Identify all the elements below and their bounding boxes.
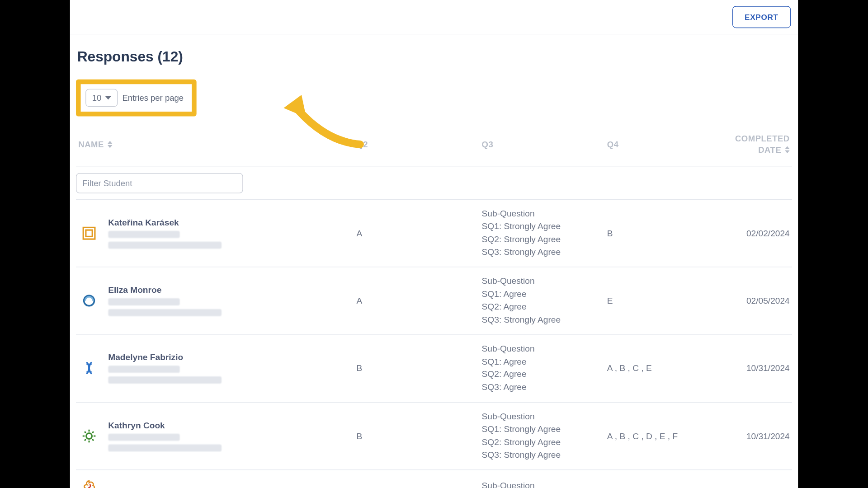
student-name: Eliza Monroe bbox=[108, 285, 222, 295]
col-completed-date[interactable]: COMPLETED DATE bbox=[732, 133, 792, 155]
q3-line: SQ2: Agree bbox=[482, 369, 607, 380]
chevron-down-icon bbox=[105, 96, 111, 100]
table-row: Eliza Monroe A Sub-Question SQ1: Agree S… bbox=[76, 267, 792, 335]
q3-cell: Sub-Question SQ1: Strongly Agree SQ2: St… bbox=[482, 208, 607, 258]
q3-cell: Sub-Question SQ1: Agree SQ2: Agree SQ3: … bbox=[482, 276, 607, 326]
table-row: Kateřina Karásek A Sub-Question SQ1: Str… bbox=[76, 200, 792, 267]
redacted-line bbox=[108, 231, 179, 238]
q3-line: SQ2: Agree bbox=[482, 301, 607, 313]
q3-subheader: Sub-Question bbox=[482, 411, 607, 422]
avatar-icon bbox=[81, 292, 98, 309]
q3-subheader: Sub-Question bbox=[482, 480, 607, 488]
avatar-icon bbox=[81, 427, 98, 444]
q2-cell: B bbox=[356, 364, 481, 373]
q3-cell: Sub-Question SQ1: No Opinion SQ2: No Opi… bbox=[482, 480, 607, 488]
q4-cell: E bbox=[607, 296, 732, 305]
q3-subheader: Sub-Question bbox=[482, 343, 607, 355]
sort-icon bbox=[785, 146, 790, 154]
svg-rect-0 bbox=[83, 227, 95, 239]
q3-line: SQ3: Strongly Agree bbox=[482, 449, 607, 461]
avatar-icon bbox=[81, 360, 98, 377]
q4-cell: A , B , C , D , E , F bbox=[607, 431, 732, 441]
entries-per-page-highlight: 10 Entries per page bbox=[76, 80, 197, 117]
q2-cell: A bbox=[356, 296, 481, 305]
table-row: Stephanie Cervantes B Sub-Question SQ1: … bbox=[76, 470, 792, 488]
entries-label: Entries per page bbox=[122, 93, 184, 103]
redacted-line bbox=[108, 366, 179, 373]
responses-panel: EXPORT Responses (12) 10 Entries per pag… bbox=[70, 0, 798, 488]
q3-subheader: Sub-Question bbox=[482, 276, 607, 287]
date-cell: 02/02/2024 bbox=[732, 229, 792, 238]
student-name: Kateřina Karásek bbox=[108, 218, 222, 227]
col-q4[interactable]: Q4 bbox=[607, 140, 732, 149]
filter-row bbox=[76, 167, 792, 200]
col-name-label: NAME bbox=[78, 140, 104, 149]
q3-line: SQ3: Agree bbox=[482, 382, 607, 394]
q3-line: SQ3: Strongly Agree bbox=[482, 247, 607, 258]
q3-subheader: Sub-Question bbox=[482, 208, 607, 220]
date-cell: 02/05/2024 bbox=[732, 296, 792, 305]
q3-line: SQ3: Strongly Agree bbox=[482, 314, 607, 326]
content-area: Responses (12) 10 Entries per page NAME bbox=[70, 35, 798, 488]
table-row: Kathryn Cook B Sub-Question SQ1: Strongl… bbox=[76, 403, 792, 470]
date-cell: 10/31/2024 bbox=[732, 364, 792, 373]
svg-point-5 bbox=[86, 433, 92, 439]
table-header: NAME Q2 Q3 Q4 COMPLETED DATE bbox=[76, 117, 792, 167]
date-cell: 10/31/2024 bbox=[732, 431, 792, 441]
q3-line: SQ1: Strongly Agree bbox=[482, 423, 607, 435]
q3-line: SQ1: Agree bbox=[482, 288, 607, 300]
col-q3[interactable]: Q3 bbox=[482, 140, 607, 149]
col-q2[interactable]: Q2 bbox=[356, 140, 481, 149]
q3-cell: Sub-Question SQ1: Agree SQ2: Agree SQ3: … bbox=[482, 343, 607, 393]
col-completed-line2: DATE bbox=[758, 144, 781, 155]
topbar: EXPORT bbox=[70, 0, 798, 35]
q4-cell: A , B , C , E bbox=[607, 364, 732, 373]
filter-student-input[interactable] bbox=[76, 173, 243, 193]
entries-value: 10 bbox=[92, 93, 102, 103]
q3-line: SQ2: Strongly Agree bbox=[482, 234, 607, 245]
col-completed-line1: COMPLETED bbox=[732, 133, 790, 144]
svg-rect-1 bbox=[86, 230, 92, 236]
q2-cell: B bbox=[356, 431, 481, 441]
redacted-line bbox=[108, 433, 179, 441]
table-row: Madelyne Fabrizio B Sub-Question SQ1: Ag… bbox=[76, 335, 792, 402]
redacted-line bbox=[108, 242, 222, 249]
avatar-icon bbox=[81, 478, 98, 488]
q3-cell: Sub-Question SQ1: Strongly Agree SQ2: St… bbox=[482, 411, 607, 461]
col-name[interactable]: NAME bbox=[76, 140, 356, 149]
redacted-line bbox=[108, 444, 222, 451]
q3-line: SQ2: Strongly Agree bbox=[482, 436, 607, 448]
q4-cell: B bbox=[607, 229, 732, 238]
student-name: Madelyne Fabrizio bbox=[108, 353, 222, 362]
q2-cell: A bbox=[356, 229, 481, 238]
redacted-line bbox=[108, 377, 222, 384]
q3-line: SQ1: Agree bbox=[482, 356, 607, 368]
export-button[interactable]: EXPORT bbox=[732, 6, 791, 28]
redacted-line bbox=[108, 298, 179, 305]
student-name: Kathryn Cook bbox=[108, 420, 222, 430]
avatar-icon bbox=[81, 225, 98, 242]
sort-icon bbox=[108, 141, 113, 148]
page-title: Responses (12) bbox=[77, 48, 792, 65]
q3-line: SQ1: Strongly Agree bbox=[482, 221, 607, 233]
entries-per-page-select[interactable]: 10 bbox=[85, 89, 118, 107]
redacted-line bbox=[108, 309, 222, 316]
